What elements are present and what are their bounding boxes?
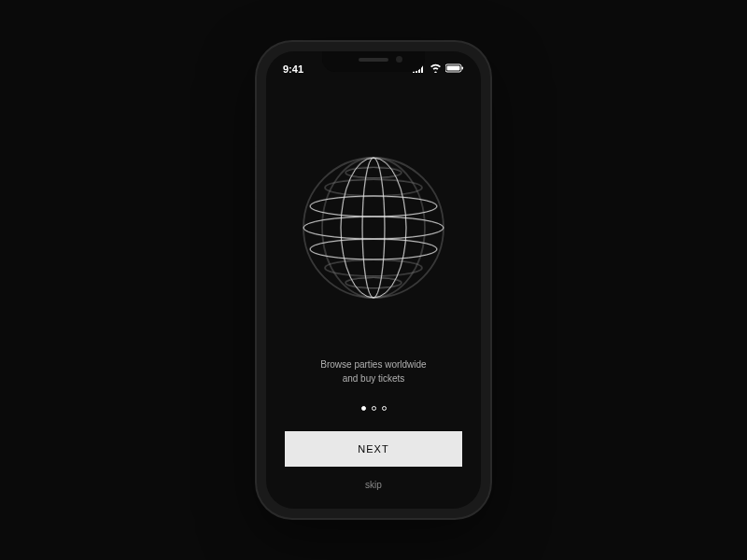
onboarding-tagline: Browse parties worldwide and buy tickets (320, 357, 426, 385)
battery-icon (445, 63, 464, 75)
phone-frame: 9:41 (257, 42, 490, 518)
mute-switch (255, 126, 257, 147)
page-dot-1[interactable] (361, 406, 366, 411)
tagline-line-1: Browse parties worldwide (320, 359, 426, 370)
globe-icon (294, 148, 453, 307)
skip-link[interactable]: skip (365, 480, 382, 490)
globe-illustration-container (285, 98, 462, 357)
wifi-icon (430, 63, 442, 75)
phone-screen: 9:41 (266, 51, 481, 509)
page-dot-2[interactable] (372, 406, 376, 411)
notch (322, 51, 425, 72)
volume-down-button (255, 199, 257, 231)
page-dot-3[interactable] (382, 406, 387, 411)
volume-up-button (255, 159, 257, 191)
next-button[interactable]: NEXT (285, 431, 462, 467)
svg-rect-6 (462, 67, 464, 70)
page-indicator (361, 406, 387, 411)
status-time: 9:41 (283, 63, 303, 75)
tagline-line-2: and buy tickets (343, 373, 405, 384)
svg-rect-5 (447, 66, 460, 71)
power-button (490, 173, 492, 219)
onboarding-content: Browse parties worldwide and buy tickets… (266, 79, 481, 509)
